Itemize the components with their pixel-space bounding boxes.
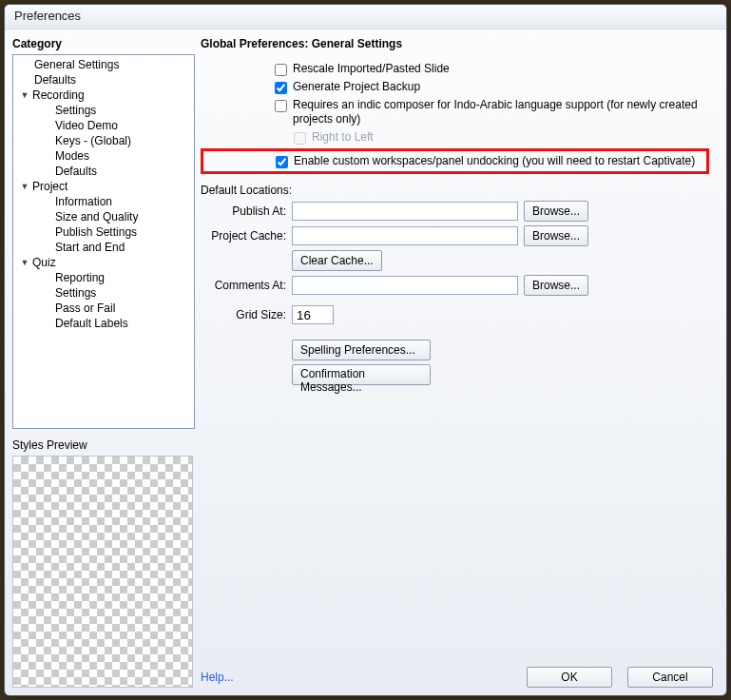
tree-item-label: Modes <box>55 149 89 163</box>
field-spelling: Spelling Preferences... <box>201 340 719 360</box>
comments-browse-button[interactable]: Browse... <box>524 275 588 296</box>
field-cache: Project Cache: Browse... <box>201 225 719 246</box>
checkbox-indic[interactable]: Requires an indic composer for Indo-Arab… <box>201 98 719 126</box>
cache-label: Project Cache: <box>201 229 286 243</box>
chevron-down-icon[interactable]: ▼ <box>19 181 30 192</box>
tree-item[interactable]: Video Demo <box>13 118 194 133</box>
tree-item-label: Reporting <box>55 271 105 284</box>
checkbox-backup[interactable]: Generate Project Backup <box>201 80 719 94</box>
tree-item-label: General Settings <box>34 58 119 71</box>
chevron-down-icon[interactable]: ▼ <box>19 89 30 101</box>
tree-item[interactable]: ▼Recording <box>13 88 194 103</box>
tree-item[interactable]: General Settings <box>13 57 194 72</box>
tree-item-label: Defaults <box>55 165 97 178</box>
checkbox-workspaces-label: Enable custom workspaces/panel undocking… <box>294 154 695 168</box>
tree-item[interactable]: Defaults <box>13 72 194 88</box>
checkbox-rtl-input <box>294 132 306 145</box>
tree-item[interactable]: Settings <box>13 103 194 118</box>
styles-preview-label: Styles Preview <box>12 438 195 452</box>
tree-item[interactable]: Modes <box>13 148 194 164</box>
checkbox-workspaces-input[interactable] <box>276 156 288 168</box>
tree-item-label: Pass or Fail <box>55 301 115 315</box>
spelling-button[interactable]: Spelling Preferences... <box>292 340 431 360</box>
tree-item[interactable]: Pass or Fail <box>13 301 194 316</box>
checkbox-rescale-input[interactable] <box>275 64 287 76</box>
tree-item[interactable]: Information <box>13 194 194 209</box>
checkbox-rescale-label: Rescale Imported/Pasted Slide <box>293 62 450 76</box>
form-area: Rescale Imported/Pasted Slide Generate P… <box>201 58 719 661</box>
tree-item-label: Default Labels <box>55 317 128 330</box>
checkbox-backup-input[interactable] <box>275 82 287 94</box>
tree-item-label: Keys - (Global) <box>55 134 131 147</box>
tree-item-label: Start and End <box>55 241 125 254</box>
tree-item[interactable]: ▼Project <box>13 179 194 194</box>
field-comments: Comments At: Browse... <box>201 275 719 296</box>
publish-label: Publish At: <box>201 204 286 218</box>
tree-item[interactable]: Default Labels <box>13 316 194 331</box>
clear-cache-button[interactable]: Clear Cache... <box>292 250 382 271</box>
left-column: Category General SettingsDefaults▼Record… <box>12 37 195 688</box>
ok-button[interactable]: OK <box>527 667 612 688</box>
field-confirm: Confirmation Messages... <box>201 364 719 385</box>
grid-label: Grid Size: <box>201 308 286 321</box>
window-titlebar: Preferences <box>5 5 726 29</box>
tree-item[interactable]: Start and End <box>13 240 194 255</box>
tree-item-label: Recording <box>32 88 85 102</box>
tree-item-label: Defaults <box>34 73 76 87</box>
tree-item-label: Quiz <box>32 256 56 269</box>
tree-item[interactable]: Keys - (Global) <box>13 133 194 148</box>
cache-browse-button[interactable]: Browse... <box>524 225 588 246</box>
category-heading: Category <box>12 37 195 50</box>
window-title: Preferences <box>14 9 81 23</box>
checkbox-workspaces[interactable]: Enable custom workspaces/panel undocking… <box>201 148 709 174</box>
bottom-bar: Help... OK Cancel <box>201 661 719 688</box>
panel-heading: Global Preferences: General Settings <box>201 37 719 50</box>
tree-item-label: Settings <box>55 104 96 117</box>
default-locations-heading: Default Locations: <box>201 184 719 197</box>
cache-input[interactable] <box>292 226 518 245</box>
grid-input[interactable] <box>292 305 334 324</box>
tree-item-label: Video Demo <box>55 119 118 132</box>
comments-label: Comments At: <box>201 279 286 292</box>
checkbox-backup-label: Generate Project Backup <box>293 80 420 94</box>
tree-item-label: Project <box>32 180 67 193</box>
field-publish: Publish At: Browse... <box>201 201 719 222</box>
publish-browse-button[interactable]: Browse... <box>524 201 588 222</box>
tree-item-label: Size and Quality <box>55 210 138 224</box>
tree-item[interactable]: Publish Settings <box>13 224 194 240</box>
tree-item-label: Information <box>55 195 112 208</box>
cancel-button[interactable]: Cancel <box>627 667 713 688</box>
checkbox-indic-label: Requires an indic composer for Indo-Arab… <box>293 98 719 126</box>
tree-item-label: Settings <box>55 286 96 300</box>
publish-input[interactable] <box>292 202 518 221</box>
tree-item[interactable]: Settings <box>13 285 194 301</box>
styles-preview-box <box>12 456 193 688</box>
field-grid: Grid Size: <box>201 305 719 324</box>
preferences-window: Preferences Category General SettingsDef… <box>4 4 727 696</box>
tree-item[interactable]: Size and Quality <box>13 209 194 224</box>
confirm-button[interactable]: Confirmation Messages... <box>292 364 431 385</box>
help-link[interactable]: Help... <box>201 671 234 684</box>
checkbox-rescale[interactable]: Rescale Imported/Pasted Slide <box>201 62 719 76</box>
tree-item[interactable]: Defaults <box>13 164 194 179</box>
tree-item[interactable]: ▼Quiz <box>13 255 194 270</box>
right-column: Global Preferences: General Settings Res… <box>201 37 719 688</box>
checkbox-indic-input[interactable] <box>275 100 287 112</box>
category-tree[interactable]: General SettingsDefaults▼RecordingSettin… <box>12 54 195 429</box>
field-clear-cache: Clear Cache... <box>201 250 719 271</box>
checkbox-rtl-label: Right to Left <box>312 130 374 145</box>
comments-input[interactable] <box>292 276 518 295</box>
tree-item[interactable]: Reporting <box>13 270 194 285</box>
checkbox-rtl: Right to Left <box>201 130 719 145</box>
tree-item-label: Publish Settings <box>55 225 137 239</box>
chevron-down-icon[interactable]: ▼ <box>19 257 30 268</box>
content-area: Category General SettingsDefaults▼Record… <box>5 29 726 695</box>
